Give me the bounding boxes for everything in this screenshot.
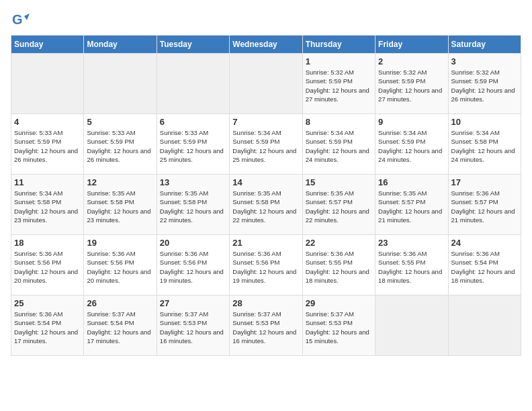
calendar-cell: 23Sunrise: 5:36 AMSunset: 5:55 PMDayligh… <box>375 235 448 295</box>
day-number: 28 <box>232 298 299 308</box>
calendar-cell: 11Sunrise: 5:34 AMSunset: 5:58 PMDayligh… <box>11 175 84 235</box>
calendar-cell: 26Sunrise: 5:37 AMSunset: 5:54 PMDayligh… <box>84 295 157 356</box>
calendar-cell: 9Sunrise: 5:34 AMSunset: 5:59 PMDaylight… <box>375 114 448 175</box>
cell-info: Sunrise: 5:34 AMSunset: 5:58 PMDaylight:… <box>451 128 518 164</box>
calendar-cell: 22Sunrise: 5:36 AMSunset: 5:55 PMDayligh… <box>302 235 375 295</box>
calendar-cell <box>84 54 157 114</box>
cell-info: Sunrise: 5:36 AMSunset: 5:56 PMDaylight:… <box>87 249 153 285</box>
logo-icon: G <box>11 11 30 30</box>
cell-info: Sunrise: 5:32 AMSunset: 5:59 PMDaylight:… <box>378 68 445 103</box>
day-number: 14 <box>232 177 299 187</box>
cell-info: Sunrise: 5:32 AMSunset: 5:59 PMDaylight:… <box>306 68 372 103</box>
cell-info: Sunrise: 5:36 AMSunset: 5:54 PMDaylight:… <box>14 310 81 345</box>
cell-info: Sunrise: 5:35 AMSunset: 5:58 PMDaylight:… <box>160 189 226 224</box>
cell-info: Sunrise: 5:33 AMSunset: 5:59 PMDaylight:… <box>87 128 153 164</box>
calendar-cell: 17Sunrise: 5:36 AMSunset: 5:57 PMDayligh… <box>448 175 521 235</box>
calendar-cell: 12Sunrise: 5:35 AMSunset: 5:58 PMDayligh… <box>84 175 157 235</box>
calendar-cell <box>448 295 521 356</box>
calendar-cell: 21Sunrise: 5:36 AMSunset: 5:56 PMDayligh… <box>230 235 302 295</box>
calendar-cell: 10Sunrise: 5:34 AMSunset: 5:58 PMDayligh… <box>448 114 521 175</box>
cell-info: Sunrise: 5:35 AMSunset: 5:57 PMDaylight:… <box>306 189 372 224</box>
cell-info: Sunrise: 5:33 AMSunset: 5:59 PMDaylight:… <box>160 128 226 164</box>
cell-info: Sunrise: 5:35 AMSunset: 5:58 PMDaylight:… <box>232 189 299 224</box>
cell-info: Sunrise: 5:36 AMSunset: 5:55 PMDaylight:… <box>306 249 372 285</box>
cell-info: Sunrise: 5:36 AMSunset: 5:56 PMDaylight:… <box>232 249 299 285</box>
day-number: 16 <box>378 177 445 187</box>
day-number: 26 <box>87 298 153 308</box>
day-number: 1 <box>306 56 372 66</box>
weekday-header: Saturday <box>448 36 521 54</box>
cell-info: Sunrise: 5:37 AMSunset: 5:53 PMDaylight:… <box>232 310 299 345</box>
weekday-header: Wednesday <box>230 36 302 54</box>
calendar-cell: 27Sunrise: 5:37 AMSunset: 5:53 PMDayligh… <box>157 295 229 356</box>
calendar-table: SundayMondayTuesdayWednesdayThursdayFrid… <box>11 35 521 356</box>
calendar-cell <box>157 54 229 114</box>
day-number: 29 <box>306 298 372 308</box>
calendar-cell: 8Sunrise: 5:34 AMSunset: 5:59 PMDaylight… <box>302 114 375 175</box>
calendar-week-row: 1Sunrise: 5:32 AMSunset: 5:59 PMDaylight… <box>11 54 521 114</box>
calendar-cell: 3Sunrise: 5:32 AMSunset: 5:59 PMDaylight… <box>448 54 521 114</box>
svg-text:G: G <box>12 12 23 27</box>
day-number: 25 <box>14 298 81 308</box>
calendar-cell: 14Sunrise: 5:35 AMSunset: 5:58 PMDayligh… <box>230 175 302 235</box>
weekday-header: Friday <box>375 36 448 54</box>
cell-info: Sunrise: 5:37 AMSunset: 5:53 PMDaylight:… <box>160 310 226 345</box>
calendar-cell: 6Sunrise: 5:33 AMSunset: 5:59 PMDaylight… <box>157 114 229 175</box>
day-number: 21 <box>232 238 299 248</box>
calendar-cell: 13Sunrise: 5:35 AMSunset: 5:58 PMDayligh… <box>157 175 229 235</box>
day-number: 11 <box>14 177 81 187</box>
cell-info: Sunrise: 5:35 AMSunset: 5:58 PMDaylight:… <box>87 189 153 224</box>
day-number: 8 <box>306 117 372 127</box>
calendar-cell <box>375 295 448 356</box>
calendar-cell: 15Sunrise: 5:35 AMSunset: 5:57 PMDayligh… <box>302 175 375 235</box>
logo: G <box>11 11 32 30</box>
cell-info: Sunrise: 5:36 AMSunset: 5:54 PMDaylight:… <box>451 249 518 285</box>
weekday-header: Sunday <box>11 36 84 54</box>
cell-info: Sunrise: 5:37 AMSunset: 5:54 PMDaylight:… <box>87 310 153 345</box>
page-header: G <box>11 11 521 30</box>
calendar-cell <box>230 54 302 114</box>
day-number: 13 <box>160 177 226 187</box>
calendar-week-row: 18Sunrise: 5:36 AMSunset: 5:56 PMDayligh… <box>11 235 521 295</box>
calendar-week-row: 25Sunrise: 5:36 AMSunset: 5:54 PMDayligh… <box>11 295 521 356</box>
day-number: 6 <box>160 117 226 127</box>
day-number: 10 <box>451 117 518 127</box>
day-number: 23 <box>378 238 445 248</box>
calendar-cell: 4Sunrise: 5:33 AMSunset: 5:59 PMDaylight… <box>11 114 84 175</box>
weekday-header: Monday <box>84 36 157 54</box>
calendar-cell <box>11 54 84 114</box>
cell-info: Sunrise: 5:33 AMSunset: 5:59 PMDaylight:… <box>14 128 81 164</box>
cell-info: Sunrise: 5:32 AMSunset: 5:59 PMDaylight:… <box>451 68 518 103</box>
day-number: 5 <box>87 117 153 127</box>
day-number: 24 <box>451 238 518 248</box>
weekday-header: Tuesday <box>157 36 229 54</box>
svg-marker-1 <box>24 13 30 20</box>
day-number: 22 <box>306 238 372 248</box>
day-number: 2 <box>378 56 445 66</box>
cell-info: Sunrise: 5:35 AMSunset: 5:57 PMDaylight:… <box>378 189 445 224</box>
calendar-cell: 29Sunrise: 5:37 AMSunset: 5:53 PMDayligh… <box>302 295 375 356</box>
calendar-cell: 7Sunrise: 5:34 AMSunset: 5:59 PMDaylight… <box>230 114 302 175</box>
cell-info: Sunrise: 5:34 AMSunset: 5:58 PMDaylight:… <box>14 189 81 224</box>
calendar-cell: 1Sunrise: 5:32 AMSunset: 5:59 PMDaylight… <box>302 54 375 114</box>
day-number: 15 <box>306 177 372 187</box>
calendar-cell: 5Sunrise: 5:33 AMSunset: 5:59 PMDaylight… <box>84 114 157 175</box>
day-number: 27 <box>160 298 226 308</box>
cell-info: Sunrise: 5:36 AMSunset: 5:57 PMDaylight:… <box>451 189 518 224</box>
calendar-cell: 16Sunrise: 5:35 AMSunset: 5:57 PMDayligh… <box>375 175 448 235</box>
cell-info: Sunrise: 5:36 AMSunset: 5:55 PMDaylight:… <box>378 249 445 285</box>
day-number: 20 <box>160 238 226 248</box>
day-number: 4 <box>14 117 81 127</box>
day-number: 7 <box>232 117 299 127</box>
calendar-cell: 28Sunrise: 5:37 AMSunset: 5:53 PMDayligh… <box>230 295 302 356</box>
calendar-cell: 18Sunrise: 5:36 AMSunset: 5:56 PMDayligh… <box>11 235 84 295</box>
cell-info: Sunrise: 5:37 AMSunset: 5:53 PMDaylight:… <box>306 310 372 345</box>
calendar-cell: 20Sunrise: 5:36 AMSunset: 5:56 PMDayligh… <box>157 235 229 295</box>
cell-info: Sunrise: 5:34 AMSunset: 5:59 PMDaylight:… <box>232 128 299 164</box>
cell-info: Sunrise: 5:36 AMSunset: 5:56 PMDaylight:… <box>160 249 226 285</box>
day-number: 18 <box>14 238 81 248</box>
cell-info: Sunrise: 5:36 AMSunset: 5:56 PMDaylight:… <box>14 249 81 285</box>
day-number: 3 <box>451 56 518 66</box>
weekday-header: Thursday <box>302 36 375 54</box>
calendar-cell: 24Sunrise: 5:36 AMSunset: 5:54 PMDayligh… <box>448 235 521 295</box>
